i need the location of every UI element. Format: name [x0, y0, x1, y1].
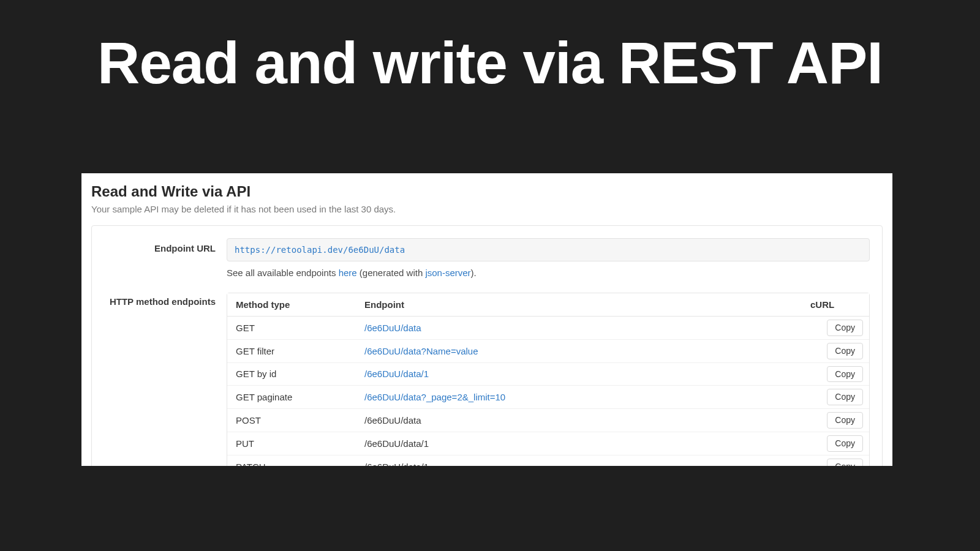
curl-cell: Copy: [802, 408, 869, 432]
methods-label: HTTP method endpoints: [104, 291, 227, 307]
curl-cell: Copy: [802, 362, 869, 386]
copy-button[interactable]: Copy: [827, 412, 863, 429]
curl-cell: Copy: [802, 385, 869, 408]
col-endpoint-header: Endpoint: [356, 293, 802, 317]
endpoint-url-label: Endpoint URL: [104, 238, 227, 253]
method-cell: POST: [227, 408, 356, 432]
method-cell: PATCH: [227, 455, 356, 466]
endpoint-cell[interactable]: /6e6DuU/data: [356, 317, 802, 339]
table-row: PATCH/6e6DuU/data/1Copy: [227, 455, 869, 466]
slide-title: Read and write via REST API: [0, 0, 980, 97]
endpoint-url-row: Endpoint URL https://retoolapi.dev/6e6Du…: [104, 238, 870, 278]
method-cell: GET paginate: [227, 385, 356, 408]
copy-button[interactable]: Copy: [827, 389, 863, 405]
copy-button[interactable]: Copy: [827, 459, 863, 466]
helper-text: See all available endpoints here (genera…: [227, 268, 870, 278]
endpoint-cell[interactable]: /6e6DuU/data/1: [356, 362, 802, 386]
copy-button[interactable]: Copy: [827, 366, 863, 383]
method-cell: GET by id: [227, 362, 356, 386]
panel-subtitle: Your sample API may be deleted if it has…: [81, 204, 892, 225]
panel-title: Read and Write via API: [81, 173, 892, 204]
curl-cell: Copy: [802, 339, 869, 362]
helper-prefix: See all available endpoints: [227, 268, 339, 278]
api-panel: Read and Write via API Your sample API m…: [81, 173, 892, 466]
helper-suffix: ).: [471, 268, 477, 278]
endpoint-cell: /6e6DuU/data: [356, 408, 802, 432]
endpoint-cell[interactable]: /6e6DuU/data?Name=value: [356, 339, 802, 362]
helper-link-jsonserver[interactable]: json-server: [425, 268, 470, 278]
copy-button[interactable]: Copy: [827, 343, 863, 359]
helper-link-here[interactable]: here: [339, 268, 357, 278]
endpoint-url-value[interactable]: https://retoolapi.dev/6e6DuU/data: [227, 238, 870, 261]
method-cell: GET filter: [227, 339, 356, 362]
col-curl-header: cURL: [802, 293, 869, 317]
content-box: Endpoint URL https://retoolapi.dev/6e6Du…: [91, 225, 883, 466]
method-cell: PUT: [227, 432, 356, 455]
col-method-header: Method type: [227, 293, 356, 317]
helper-mid: (generated with: [357, 268, 426, 278]
table-row: PUT/6e6DuU/data/1Copy: [227, 432, 869, 455]
table-row: POST/6e6DuU/dataCopy: [227, 408, 869, 432]
curl-cell: Copy: [802, 432, 869, 455]
copy-button[interactable]: Copy: [827, 320, 863, 336]
method-cell: GET: [227, 317, 356, 339]
table-row: GET paginate/6e6DuU/data?_page=2&_limit=…: [227, 385, 869, 408]
endpoint-cell[interactable]: /6e6DuU/data?_page=2&_limit=10: [356, 385, 802, 408]
table-row: GET filter/6e6DuU/data?Name=valueCopy: [227, 339, 869, 362]
curl-cell: Copy: [802, 455, 869, 466]
methods-table: Method type Endpoint cURL GET/6e6DuU/dat…: [227, 293, 870, 466]
endpoint-cell: /6e6DuU/data/1: [356, 455, 802, 466]
table-row: GET/6e6DuU/dataCopy: [227, 317, 869, 339]
table-row: GET by id/6e6DuU/data/1Copy: [227, 362, 869, 386]
endpoint-cell: /6e6DuU/data/1: [356, 432, 802, 455]
copy-button[interactable]: Copy: [827, 435, 863, 452]
methods-row: HTTP method endpoints Method type Endpoi…: [104, 291, 870, 466]
curl-cell: Copy: [802, 317, 869, 339]
